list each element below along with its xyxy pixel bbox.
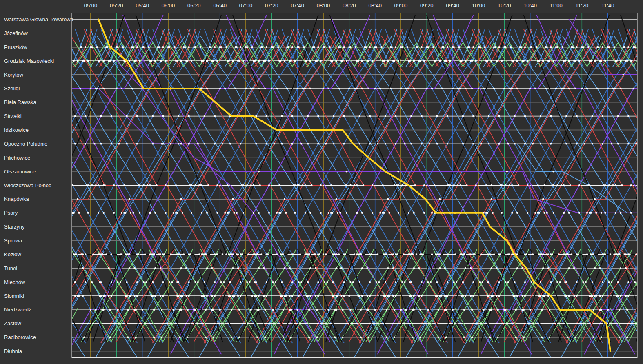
stop-dot [556,46,558,48]
stop-dot [586,88,588,89]
stop-dot [549,337,550,338]
stop-dot [86,184,87,186]
stop-dot [462,143,464,144]
stop-dot [135,337,137,338]
stop-dot [251,295,253,297]
stop-dot [634,281,636,283]
stop-dot [410,143,412,144]
stop-dot [434,323,435,324]
stop-dot [285,295,287,297]
stop-dot [229,295,231,297]
stop-dot [556,184,558,186]
stop-dot [246,281,248,283]
stop-dot [453,46,455,48]
stop-dot [497,309,498,311]
stop-dot [87,323,89,324]
stop-dot [545,88,547,89]
stop-dot [311,184,312,186]
stop-dot [224,88,226,89]
stop-dot [214,295,216,297]
stop-dot [231,309,232,311]
stop-dot [303,46,305,48]
stop-dot [129,267,130,269]
station-label: Włoszczowa Północ [4,182,51,189]
stop-dot [470,267,472,269]
stop-dot [170,143,171,144]
stop-dot [619,253,620,255]
stop-dot [211,60,213,62]
stop-dot [263,60,265,62]
stop-dot [240,46,241,48]
stop-dot [144,323,146,324]
stop-dot [475,184,477,186]
stop-dot [289,295,291,297]
stop-dot [276,212,278,214]
stop-dot [620,60,621,62]
stop-dot [413,212,415,214]
stop-dot [403,323,404,324]
station-label: Pruszków [4,44,27,50]
stop-dot [111,323,112,324]
stop-dot [627,323,629,324]
stop-dot [277,46,279,48]
stop-dot [340,60,342,62]
stop-dot [160,295,161,297]
stop-dot [472,281,474,283]
stop-dot [462,295,464,297]
stop-dot [545,46,547,48]
stop-dot [612,184,614,186]
stop-dot [104,295,106,297]
stop-dot [377,253,378,255]
stop-dot [220,46,222,48]
stop-dot [409,323,411,324]
stop-dot [332,253,333,255]
stop-dot [73,253,75,255]
stop-dot [438,337,439,338]
stop-dot [170,323,171,324]
stop-dot [356,184,358,186]
time-axis-label: 05:00 [84,2,98,9]
stop-dot [236,253,238,255]
stop-dot [488,295,489,297]
stop-dot [74,143,76,144]
station-label: Niedźwiedź [4,306,31,313]
stop-dot [149,212,151,214]
stop-dot [268,60,270,62]
time-axis-label: 08:40 [368,2,382,9]
stop-dot [617,281,619,283]
stop-dot [412,337,413,338]
stop-dot [537,323,539,324]
stop-dot [563,184,565,186]
stop-dot [625,267,627,269]
stop-dot [317,295,319,297]
time-axis-label: 11:00 [550,2,563,9]
stop-dot [511,184,513,186]
stop-dot [253,212,254,214]
stop-dot [627,46,629,48]
stop-dot [387,60,389,62]
station-label: Dłubnia [4,348,22,354]
stop-dot [253,60,254,62]
stop-dot [576,46,578,48]
stop-dot [92,323,94,324]
stop-dot [501,212,503,214]
stop-dot [316,309,318,311]
stop-dot [337,295,338,297]
stop-dot [392,295,394,297]
stop-dot [100,295,102,297]
stop-dot [602,46,603,48]
stop-dot [361,60,363,62]
stop-dot [563,323,565,324]
stop-dot [187,309,188,311]
stop-dot [127,337,129,338]
time-axis-label: 08:00 [317,2,330,9]
stop-dot [550,281,552,283]
stop-dot [118,323,120,324]
stop-dot [169,281,170,283]
stop-dot [121,212,122,214]
stop-dot [330,323,332,324]
stop-dot [185,323,187,324]
stop-dot [255,143,257,144]
stop-dot [440,295,442,297]
stop-dot [268,212,270,214]
